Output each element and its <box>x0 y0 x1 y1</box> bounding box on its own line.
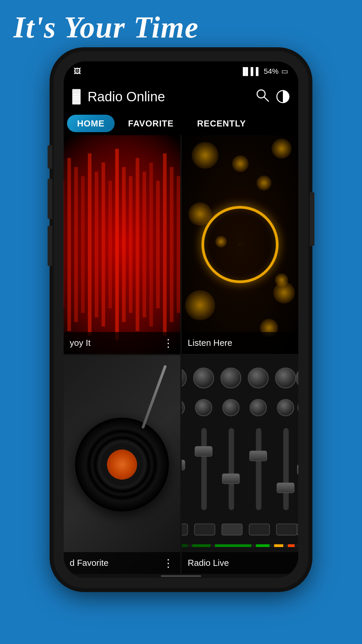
svg-rect-57 <box>297 524 298 535</box>
vinyl-arm <box>141 365 167 429</box>
tabs-bar: HOME FAVORITE RECENTLY <box>64 112 298 135</box>
search-button[interactable] <box>255 88 269 105</box>
card-your-favorite-menu[interactable]: ⋮ <box>163 558 174 569</box>
phone-mockup: 🖼 ▐▌▌▌ 54% ▭ ≡ Radio Online <box>54 51 308 588</box>
svg-rect-41 <box>201 428 207 510</box>
battery-percent: 54% <box>264 67 279 76</box>
card-enjoy-it-label: yoy It ⋮ <box>64 332 180 354</box>
app-title: Radio Online <box>87 89 255 104</box>
tab-recently-label: RECENTLY <box>197 118 246 129</box>
phone-notch <box>151 61 211 75</box>
svg-rect-23 <box>170 167 174 322</box>
card-enjoy-it-menu[interactable]: ⋮ <box>163 338 174 348</box>
svg-rect-11 <box>88 153 92 335</box>
svg-rect-42 <box>229 428 234 510</box>
bokeh-visual <box>182 135 298 354</box>
tab-favorite-label: FAVORITE <box>128 118 174 129</box>
svg-rect-22 <box>163 153 167 335</box>
svg-rect-14 <box>108 181 112 308</box>
svg-rect-46 <box>182 460 185 470</box>
app-tagline: It's Your Time <box>13 10 349 45</box>
svg-rect-15 <box>115 149 119 340</box>
content-grid: yoy It ⋮ <box>64 135 298 574</box>
svg-rect-54 <box>222 524 242 535</box>
svg-rect-63 <box>274 544 283 547</box>
svg-rect-49 <box>250 451 267 461</box>
card-radio-live[interactable]: Radio Live <box>182 355 298 574</box>
phone-button-power <box>310 192 314 246</box>
svg-point-36 <box>223 399 239 416</box>
app-header: ≡ Radio Online <box>64 82 298 112</box>
menu-button[interactable]: ≡ <box>72 89 81 105</box>
card-enjoy-it[interactable]: yoy It ⋮ <box>64 135 180 354</box>
vinyl-visual <box>64 355 180 574</box>
svg-rect-53 <box>194 524 215 535</box>
svg-rect-50 <box>277 483 294 493</box>
signal-icon: ▐▌▌▌ <box>240 67 261 76</box>
svg-rect-24 <box>177 176 180 313</box>
tab-home[interactable]: HOME <box>67 115 115 132</box>
svg-rect-64 <box>288 544 295 547</box>
svg-rect-17 <box>129 176 132 313</box>
svg-rect-44 <box>283 428 289 510</box>
red-waveform-visual <box>64 135 180 354</box>
svg-rect-61 <box>215 544 251 547</box>
card-listen-here-text: Listen Here <box>188 338 292 348</box>
svg-rect-19 <box>142 172 146 318</box>
tab-home-label: HOME <box>77 118 105 129</box>
phone-button-volume-down <box>48 179 52 219</box>
card-enjoy-it-text: yoy It <box>70 338 163 348</box>
svg-rect-20 <box>149 163 153 327</box>
svg-rect-13 <box>102 163 105 327</box>
card-your-favorite-text: d Favorite <box>70 558 163 568</box>
svg-rect-59 <box>182 544 188 547</box>
card-your-favorite[interactable]: d Favorite ⋮ <box>64 355 180 574</box>
svg-rect-7 <box>64 181 64 308</box>
svg-rect-10 <box>81 176 85 313</box>
theme-toggle-button[interactable] <box>276 90 290 104</box>
notification-icon: 🖼 <box>74 67 81 76</box>
svg-rect-18 <box>136 158 139 331</box>
svg-point-31 <box>248 368 268 388</box>
svg-rect-12 <box>95 172 99 318</box>
phone-button-silent <box>48 226 52 266</box>
card-listen-here[interactable]: Listen Here <box>182 135 298 354</box>
svg-point-29 <box>193 368 214 388</box>
vinyl-record <box>75 418 169 512</box>
tab-recently[interactable]: RECENTLY <box>187 115 256 132</box>
card-radio-live-text: Radio Live <box>188 558 292 568</box>
svg-rect-47 <box>195 446 213 457</box>
svg-rect-60 <box>192 544 210 547</box>
battery-icon: ▭ <box>281 67 288 76</box>
svg-rect-8 <box>67 158 71 331</box>
svg-point-38 <box>277 399 294 416</box>
tab-favorite[interactable]: FAVORITE <box>118 115 184 132</box>
bottom-bar <box>64 574 298 578</box>
svg-rect-43 <box>256 428 261 510</box>
svg-rect-48 <box>222 474 240 484</box>
svg-line-1 <box>264 97 268 101</box>
status-right: ▐▌▌▌ 54% ▭ <box>240 67 288 76</box>
svg-rect-56 <box>277 524 297 535</box>
mixer-visual <box>182 355 298 574</box>
card-your-favorite-label: d Favorite ⋮ <box>64 552 180 574</box>
header-icons <box>255 88 290 105</box>
svg-rect-62 <box>256 544 270 547</box>
vinyl-label <box>107 449 137 480</box>
svg-rect-21 <box>156 181 160 308</box>
svg-rect-27 <box>182 355 298 574</box>
card-radio-live-label: Radio Live <box>182 552 298 574</box>
svg-rect-55 <box>249 524 269 535</box>
card-listen-here-label: Listen Here <box>182 332 298 354</box>
svg-rect-16 <box>122 167 126 322</box>
svg-point-32 <box>276 368 296 388</box>
svg-point-37 <box>250 399 266 416</box>
bottom-indicator <box>161 575 201 577</box>
svg-rect-9 <box>74 167 78 322</box>
svg-rect-51 <box>297 465 298 475</box>
svg-point-30 <box>221 368 241 388</box>
status-left: 🖼 <box>74 67 81 76</box>
svg-point-35 <box>195 399 212 416</box>
phone-screen: 🖼 ▐▌▌▌ 54% ▭ ≡ Radio Online <box>64 61 298 578</box>
app-tagline-container: It's Your Time <box>0 0 362 51</box>
